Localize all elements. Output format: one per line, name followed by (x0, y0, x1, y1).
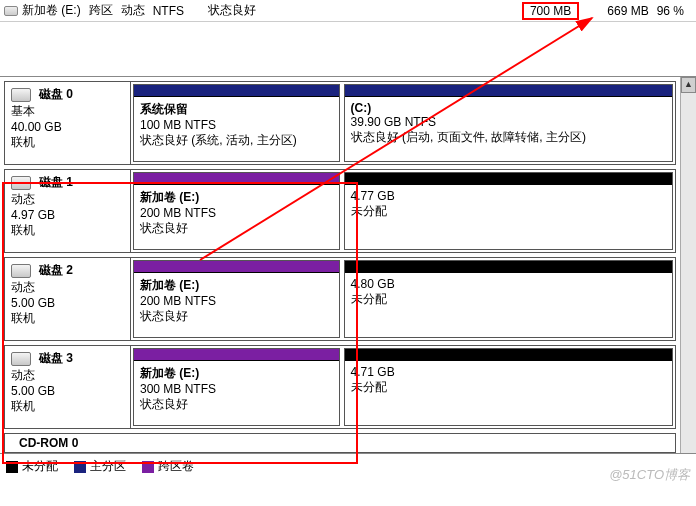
legend-primary: 主分区 (74, 458, 126, 475)
partition-name: 新加卷 (E:) (140, 365, 333, 382)
partition-name: 新加卷 (E:) (140, 189, 333, 206)
disk-size: 40.00 GB (11, 120, 124, 134)
volume-name: 新加卷 (E:) (22, 2, 81, 19)
volume-free: 669 MB (607, 4, 648, 18)
partition[interactable]: 新加卷 (E:)300 MB NTFS状态良好 (133, 348, 340, 426)
partition-line2: 4.71 GB (351, 365, 666, 379)
watermark: @51CTO博客 (609, 466, 690, 484)
legend: 未分配 主分区 跨区卷 (0, 453, 696, 479)
disk-size: 5.00 GB (11, 384, 124, 398)
partition-line3: 状态良好 (140, 396, 333, 413)
partition-line3: 状态良好 (140, 220, 333, 237)
disk-size: 4.97 GB (11, 208, 124, 222)
partition[interactable]: 4.80 GB未分配 (344, 260, 673, 338)
disk-kind: 动态 (11, 367, 124, 384)
partition-bar (134, 261, 339, 273)
disk-icon (11, 352, 31, 366)
volume-layout: 跨区 (89, 2, 113, 19)
partition[interactable]: 新加卷 (E:)200 MB NTFS状态良好 (133, 260, 340, 338)
volume-size: 700 MB (522, 2, 579, 20)
partition-line2: 200 MB NTFS (140, 206, 333, 220)
partition-line3: 未分配 (351, 291, 666, 308)
scroll-up-icon[interactable]: ▲ (681, 77, 696, 93)
disk-size: 5.00 GB (11, 296, 124, 310)
partition-name: (C:) (351, 101, 666, 115)
scrollbar[interactable]: ▲ (680, 77, 696, 453)
partition-line3: 未分配 (351, 203, 666, 220)
partition-line2: 4.77 GB (351, 189, 666, 203)
disk-state: 联机 (11, 310, 124, 327)
partition-bar (134, 85, 339, 97)
disk-partitions: 新加卷 (E:)200 MB NTFS状态良好4.77 GB未分配 (131, 170, 675, 252)
partition-bar (345, 261, 672, 273)
partition-bar (345, 85, 672, 97)
partition-line3: 未分配 (351, 379, 666, 396)
disk-block[interactable]: 磁盘 0基本40.00 GB联机系统保留100 MB NTFS状态良好 (系统,… (4, 81, 676, 165)
disk-title: 磁盘 0 (39, 86, 73, 103)
drive-icon (4, 6, 18, 16)
partition-bar (345, 349, 672, 361)
disk-info: 磁盘 0基本40.00 GB联机 (5, 82, 131, 164)
volume-row[interactable]: 新加卷 (E:) 跨区 动态 NTFS 状态良好 700 MB 669 MB 9… (0, 0, 696, 22)
disk-state: 联机 (11, 134, 124, 151)
partition[interactable]: 系统保留100 MB NTFS状态良好 (系统, 活动, 主分区) (133, 84, 340, 162)
partition-line2: 300 MB NTFS (140, 382, 333, 396)
volume-percent: 96 % (657, 4, 684, 18)
cdrom-row[interactable]: CD-ROM 0 (4, 433, 676, 453)
disk-block[interactable]: 磁盘 3动态5.00 GB联机新加卷 (E:)300 MB NTFS状态良好4.… (4, 345, 676, 429)
disk-partitions: 系统保留100 MB NTFS状态良好 (系统, 活动, 主分区)(C:)39.… (131, 82, 675, 164)
partition[interactable]: (C:)39.90 GB NTFS状态良好 (启动, 页面文件, 故障转储, 主… (344, 84, 673, 162)
partition-line2: 39.90 GB NTFS (351, 115, 666, 129)
partition-line3: 状态良好 (140, 308, 333, 325)
disk-info: 磁盘 1动态4.97 GB联机 (5, 170, 131, 252)
disk-block[interactable]: 磁盘 2动态5.00 GB联机新加卷 (E:)200 MB NTFS状态良好4.… (4, 257, 676, 341)
partition-line2: 200 MB NTFS (140, 294, 333, 308)
partition-line3: 状态良好 (启动, 页面文件, 故障转储, 主分区) (351, 129, 666, 146)
disk-partitions: 新加卷 (E:)200 MB NTFS状态良好4.80 GB未分配 (131, 258, 675, 340)
disk-graphic-pane: ▲ 磁盘 0基本40.00 GB联机系统保留100 MB NTFS状态良好 (系… (0, 76, 696, 453)
partition[interactable]: 新加卷 (E:)200 MB NTFS状态良好 (133, 172, 340, 250)
disk-kind: 动态 (11, 191, 124, 208)
partition-line3: 状态良好 (系统, 活动, 主分区) (140, 132, 333, 149)
disk-info: 磁盘 3动态5.00 GB联机 (5, 346, 131, 428)
disk-partitions: 新加卷 (E:)300 MB NTFS状态良好4.71 GB未分配 (131, 346, 675, 428)
disk-title: 磁盘 1 (39, 174, 73, 191)
partition-line2: 100 MB NTFS (140, 118, 333, 132)
disk-block[interactable]: 磁盘 1动态4.97 GB联机新加卷 (E:)200 MB NTFS状态良好4.… (4, 169, 676, 253)
disk-icon (11, 176, 31, 190)
partition[interactable]: 4.71 GB未分配 (344, 348, 673, 426)
disk-title: 磁盘 2 (39, 262, 73, 279)
partition-bar (345, 173, 672, 185)
volume-fs: NTFS (153, 4, 184, 18)
disk-state: 联机 (11, 222, 124, 239)
partition-bar (134, 349, 339, 361)
legend-spanned: 跨区卷 (142, 458, 194, 475)
partition-name: 新加卷 (E:) (140, 277, 333, 294)
cdrom-title: CD-ROM 0 (19, 436, 78, 450)
partition[interactable]: 4.77 GB未分配 (344, 172, 673, 250)
volume-status: 状态良好 (208, 2, 256, 19)
legend-unalloc: 未分配 (6, 458, 58, 475)
disk-kind: 动态 (11, 279, 124, 296)
disk-icon (11, 88, 31, 102)
volume-type: 动态 (121, 2, 145, 19)
partition-line2: 4.80 GB (351, 277, 666, 291)
partition-bar (134, 173, 339, 185)
disk-title: 磁盘 3 (39, 350, 73, 367)
disk-info: 磁盘 2动态5.00 GB联机 (5, 258, 131, 340)
disk-icon (11, 264, 31, 278)
partition-name: 系统保留 (140, 101, 333, 118)
disk-kind: 基本 (11, 103, 124, 120)
disk-state: 联机 (11, 398, 124, 415)
